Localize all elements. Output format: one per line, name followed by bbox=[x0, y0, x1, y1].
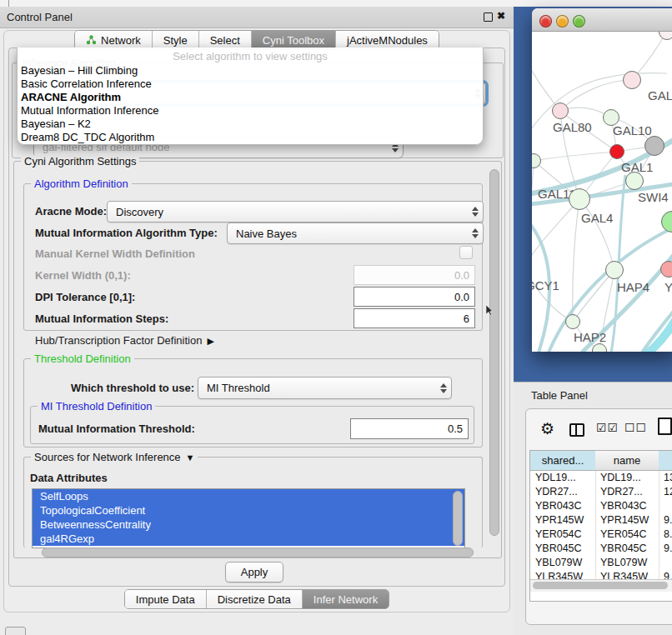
aracne-mode-combo[interactable]: Discovery bbox=[107, 201, 484, 222]
table-cell: YPR145W bbox=[535, 514, 584, 526]
attributes-scrollbar[interactable] bbox=[453, 491, 463, 546]
network-node-gal80[interactable] bbox=[552, 102, 569, 119]
table-cell: YBR043C bbox=[535, 500, 582, 512]
aracne-mode-value: Discovery bbox=[116, 206, 163, 218]
table-row[interactable]: YDR27...YDR27...12 bbox=[530, 485, 672, 499]
table-cell: YDL19... bbox=[535, 472, 576, 483]
combo-arrows-icon bbox=[472, 207, 479, 217]
settings-vertical-scrollbar[interactable] bbox=[489, 169, 499, 536]
network-node-hap2[interactable] bbox=[565, 314, 580, 329]
tab-cyni-toolbox[interactable]: Cyni Toolbox bbox=[252, 31, 336, 49]
table-cell: 12 bbox=[664, 486, 672, 498]
network-node-y[interactable] bbox=[660, 261, 672, 278]
bottom-tab-row: Impute DataDiscretize DataInfer Network bbox=[0, 589, 514, 609]
hub-definition-label: Hub/Transcription Factor Definition bbox=[35, 334, 202, 347]
dpi-tolerance-field[interactable]: 0.0 bbox=[354, 287, 475, 307]
table-cell: YBR045C bbox=[600, 542, 647, 554]
table-cell: YLR345W bbox=[535, 571, 583, 579]
network-node-hap4[interactable] bbox=[605, 261, 624, 279]
gear-icon[interactable]: ⚙ bbox=[540, 419, 554, 438]
close-traffic-light[interactable] bbox=[539, 15, 552, 28]
network-node-gal1[interactable] bbox=[609, 144, 624, 159]
algorithm-option[interactable]: Bayesian – K2 bbox=[18, 118, 483, 131]
close-icon[interactable]: ✖ bbox=[497, 10, 505, 22]
float-window-icon[interactable] bbox=[484, 12, 493, 22]
apply-button[interactable]: Apply bbox=[225, 562, 283, 582]
table-row[interactable]: YBR043CYBR043C bbox=[530, 499, 672, 513]
table-row[interactable]: YPR145WYPR145W9. bbox=[530, 513, 672, 528]
tab-style[interactable]: Style bbox=[153, 31, 199, 49]
network-node[interactable] bbox=[644, 136, 664, 156]
unchecked-boxes-icon[interactable]: ☐☐ bbox=[624, 421, 647, 434]
data-attribute-item[interactable]: TopologicalCoefficient bbox=[33, 503, 464, 518]
mi-type-value: Naive Bayes bbox=[236, 228, 297, 240]
hub-definition-toggle[interactable]: Hub/Transcription Factor Definition▶ bbox=[35, 334, 214, 347]
mouse-cursor bbox=[486, 305, 494, 316]
expanded-arrow-icon: ▼ bbox=[186, 452, 195, 462]
tab-jactivemnodules[interactable]: jActiveMNodules bbox=[336, 31, 439, 49]
table-cell: YDL19... bbox=[600, 472, 641, 483]
network-node-label: GAL bbox=[648, 88, 672, 102]
zoom-traffic-light[interactable] bbox=[573, 15, 585, 28]
document-icon[interactable] bbox=[658, 418, 672, 435]
minimized-panel-button[interactable] bbox=[5, 627, 26, 635]
tab-discretize-data[interactable]: Discretize Data bbox=[207, 590, 303, 608]
which-threshold-value: MI Threshold bbox=[207, 382, 270, 394]
manual-kernel-checkbox[interactable] bbox=[459, 246, 473, 259]
algorithm-option[interactable]: Basic Correlation Inference bbox=[18, 78, 483, 91]
mi-steps-field[interactable]: 6 bbox=[354, 308, 475, 328]
minimize-traffic-light[interactable] bbox=[556, 15, 569, 28]
data-attribute-item[interactable]: SelfLoops bbox=[33, 489, 464, 503]
settings-horizontal-scrollbar[interactable] bbox=[42, 548, 474, 558]
mi-type-label: Mutual Information Algorithm Type: bbox=[35, 227, 218, 239]
table-cell: 9. bbox=[664, 571, 672, 579]
mi-type-combo[interactable]: Naive Bayes bbox=[227, 222, 484, 244]
data-attributes-label: Data Attributes bbox=[30, 472, 108, 484]
algorithm-option[interactable]: Bayesian – Hill Climbing bbox=[18, 64, 483, 78]
table-row[interactable]: YBL079WYBL079W bbox=[530, 556, 672, 570]
tab-network[interactable]: Network bbox=[75, 31, 153, 49]
scrollbar-thumb[interactable] bbox=[533, 582, 668, 589]
table-cell: 8. bbox=[664, 528, 672, 540]
network-canvas[interactable]: GALGAL80GAL10GAL1GAL11SWI4GAL4GCY1HAP4YH… bbox=[532, 32, 672, 352]
table-row[interactable]: YBR045CYBR045C9. bbox=[530, 542, 672, 556]
tab-infer-network[interactable]: Infer Network bbox=[303, 590, 389, 608]
control-panel-header: Control Panel ✖ bbox=[0, 7, 514, 28]
sources-toggle[interactable]: Sources for Network Inference▼ bbox=[31, 451, 198, 463]
algorithm-option[interactable]: ARACNE Algorithm bbox=[18, 91, 483, 104]
network-node-label: GAL4 bbox=[581, 211, 613, 225]
table-body: YDL19...YDL19...13YDR27...YDR27...12YBR0… bbox=[530, 471, 672, 579]
kernel-width-label: Kernel Width (0,1): bbox=[35, 269, 131, 282]
tab-impute-data[interactable]: Impute Data bbox=[125, 590, 207, 608]
network-node-label: GAL10 bbox=[613, 123, 652, 138]
table-row[interactable]: YER054CYER054C8. bbox=[530, 528, 672, 542]
table-row[interactable]: YDL19...YDL19...13 bbox=[530, 471, 672, 485]
algorithm-option[interactable]: Mutual Information Inference bbox=[18, 104, 483, 118]
network-node-swi4[interactable] bbox=[625, 172, 644, 190]
data-attribute-item[interactable]: gal4RGexp bbox=[33, 532, 464, 546]
column-layout-icon[interactable] bbox=[569, 423, 584, 437]
column-header[interactable] bbox=[659, 451, 672, 471]
column-header[interactable]: name bbox=[595, 451, 659, 471]
table-cell: YBL079W bbox=[535, 557, 582, 568]
bottom-tabs: Impute DataDiscretize DataInfer Network bbox=[124, 589, 389, 609]
data-attribute-item[interactable]: BetweennessCentrality bbox=[33, 518, 464, 532]
network-node-gal4[interactable] bbox=[569, 188, 590, 210]
table-cell: 9. bbox=[664, 542, 672, 554]
algorithm-option[interactable]: Dream8 DC_TDC Algorithm bbox=[18, 131, 483, 144]
kernel-width-field[interactable]: 0.0 bbox=[354, 265, 475, 285]
group-title: Cyni Algorithm Settings bbox=[21, 155, 139, 168]
mi-threshold-field[interactable]: 0.5 bbox=[350, 418, 469, 439]
network-window-titlebar[interactable] bbox=[532, 8, 672, 32]
which-threshold-combo[interactable]: MI Threshold bbox=[198, 377, 452, 399]
table-horizontal-scrollbar[interactable] bbox=[530, 579, 672, 592]
tab-select[interactable]: Select bbox=[199, 31, 252, 49]
checked-boxes-icon[interactable]: ☑☑ bbox=[596, 421, 619, 434]
table-cell: YLR345W bbox=[600, 571, 648, 579]
network-node-gal[interactable] bbox=[623, 71, 641, 89]
table-cell: 9. bbox=[664, 514, 672, 526]
table-row[interactable]: YLR345WYLR345W9. bbox=[530, 570, 672, 579]
network-node-label: HAP4 bbox=[617, 280, 649, 294]
column-header[interactable]: shared... bbox=[530, 451, 596, 471]
group-title: Threshold Definition bbox=[31, 352, 134, 365]
